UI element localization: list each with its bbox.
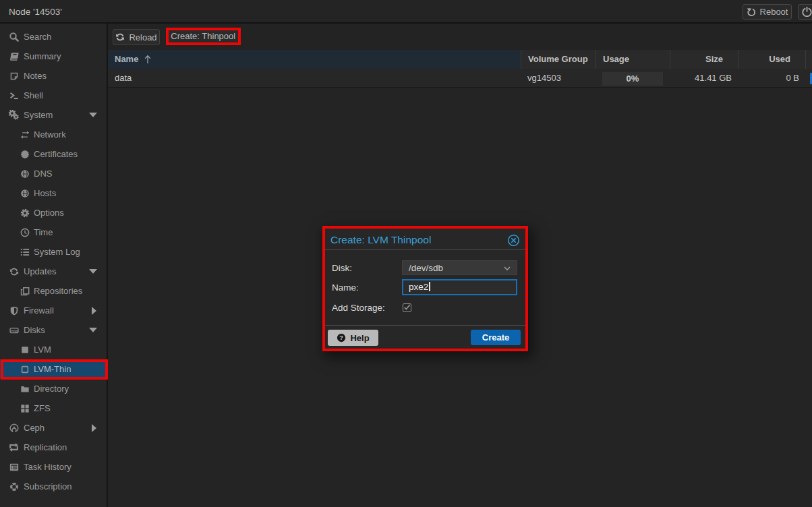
svg-text:?: ? xyxy=(340,334,344,341)
